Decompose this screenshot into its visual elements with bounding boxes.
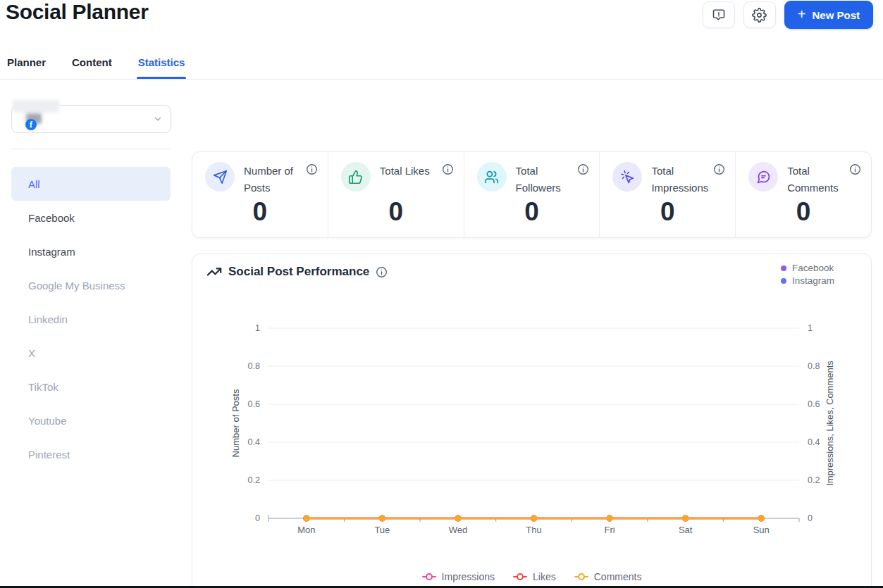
series-marker-icon	[574, 573, 588, 580]
svg-text:0: 0	[808, 513, 813, 523]
info-icon[interactable]	[577, 163, 589, 175]
followers-icon	[477, 162, 507, 192]
channel-item-youtube[interactable]: Youtube	[11, 404, 171, 437]
svg-text:Thu: Thu	[526, 525, 541, 535]
legend-dot	[781, 265, 786, 271]
info-icon[interactable]	[713, 163, 725, 175]
chart-legend-series: ImpressionsLikesComments	[192, 571, 871, 582]
sidebar-divider	[11, 149, 171, 149]
series-marker-icon	[513, 573, 527, 580]
legend-item-comments[interactable]: Comments	[574, 571, 642, 582]
stat-value: 0	[328, 197, 464, 227]
header-actions: + New Post	[703, 1, 873, 29]
chart-title: Social Post Performance	[228, 265, 369, 279]
channel-item-all[interactable]: All	[11, 167, 171, 201]
facebook-badge-icon: f	[25, 119, 37, 130]
stat-total-impressions: Total Impressions 0	[600, 152, 736, 237]
legend-label: Instagram	[792, 275, 834, 286]
svg-text:0.2: 0.2	[248, 475, 260, 485]
svg-text:Sun: Sun	[753, 525, 770, 535]
tab-content[interactable]: Content	[70, 52, 113, 79]
svg-text:0.4: 0.4	[808, 437, 820, 447]
svg-text:Tue: Tue	[374, 525, 390, 535]
cursor-click-icon	[612, 162, 642, 192]
channel-item-linkedin[interactable]: Linkedin	[11, 302, 171, 336]
series-marker-icon	[422, 573, 436, 580]
channel-item-google-my-business[interactable]: Google My Business	[11, 268, 171, 302]
info-icon[interactable]	[849, 163, 861, 175]
comment-icon	[748, 162, 778, 192]
svg-text:0.4: 0.4	[248, 437, 260, 447]
sidebar: f All Facebook Instagram Google My Busin…	[0, 80, 183, 586]
svg-text:0.2: 0.2	[808, 475, 820, 485]
channel-item-x[interactable]: X	[11, 336, 171, 370]
stat-value: 0	[600, 197, 735, 227]
chart-legend-networks: FacebookInstagram	[781, 263, 834, 286]
svg-text:0.6: 0.6	[248, 399, 260, 409]
feedback-button[interactable]	[703, 1, 735, 28]
svg-text:Impressions, Likes, Comments: Impressions, Likes, Comments	[825, 361, 835, 486]
svg-text:Sat: Sat	[679, 525, 693, 535]
stat-label: Total Impressions	[651, 162, 722, 196]
performance-chart-svg: 000.20.20.40.40.60.60.80.811MonTueWedThu…	[192, 294, 871, 542]
channel-filter-list: All Facebook Instagram Google My Busines…	[11, 167, 171, 471]
gear-icon	[752, 8, 767, 23]
legend-label: Facebook	[792, 263, 834, 273]
stat-value: 0	[192, 197, 328, 227]
stat-label: Total Likes	[380, 162, 430, 180]
info-icon[interactable]	[376, 266, 388, 278]
stat-number-of-posts: Number of Posts 0	[192, 152, 328, 237]
info-icon[interactable]	[442, 163, 454, 175]
info-icon[interactable]	[306, 163, 318, 175]
stat-label: Number of Posts	[244, 162, 314, 196]
svg-text:0: 0	[255, 513, 260, 523]
stat-label: Total Comments	[787, 162, 858, 196]
social-post-performance-card: Social Post Performance FacebookInstagra…	[192, 254, 872, 588]
social-planner-screen: Social Planner + New Post Planner	[0, 0, 883, 588]
channel-item-pinterest[interactable]: Pinterest	[11, 437, 171, 471]
channel-item-tiktok[interactable]: TikTok	[11, 370, 171, 404]
tab-statistics[interactable]: Statistics	[137, 52, 187, 79]
new-post-label: New Post	[812, 9, 860, 21]
legend-label: Likes	[533, 571, 556, 582]
trending-up-icon	[206, 264, 222, 280]
send-icon	[205, 162, 235, 192]
settings-button[interactable]	[743, 1, 776, 28]
svg-text:0.8: 0.8	[808, 361, 820, 371]
svg-text:Wed: Wed	[449, 525, 468, 535]
stats-summary-card: Number of Posts 0 Total Likes 0	[192, 151, 872, 238]
page-title: Social Planner	[6, 0, 149, 24]
channel-item-instagram[interactable]: Instagram	[11, 234, 171, 268]
stat-label: Total Followers	[516, 162, 586, 196]
svg-text:Number of Posts: Number of Posts	[230, 389, 241, 457]
legend-item-impressions[interactable]: Impressions	[422, 571, 495, 582]
plus-icon: +	[798, 7, 806, 21]
thumbs-up-icon	[341, 162, 371, 192]
new-post-button[interactable]: + New Post	[784, 1, 873, 29]
redacted-account-label	[13, 100, 59, 113]
channel-item-facebook[interactable]: Facebook	[11, 201, 171, 234]
svg-text:Mon: Mon	[297, 525, 315, 535]
stat-value: 0	[464, 197, 600, 227]
legend-label: Impressions	[442, 571, 495, 582]
svg-text:1: 1	[808, 323, 813, 333]
main-content: Number of Posts 0 Total Likes 0	[183, 80, 883, 586]
svg-text:Fri: Fri	[604, 525, 615, 535]
tab-planner[interactable]: Planner	[6, 52, 47, 79]
tab-bar: Planner Content Statistics	[0, 52, 883, 80]
legend-item-instagram[interactable]: Instagram	[781, 275, 834, 286]
legend-item-likes[interactable]: Likes	[513, 571, 556, 582]
svg-text:1: 1	[255, 323, 260, 333]
legend-dot	[781, 278, 786, 284]
svg-text:0.8: 0.8	[248, 361, 260, 371]
stat-value: 0	[736, 197, 871, 227]
stat-total-comments: Total Comments 0	[736, 152, 871, 237]
stat-total-followers: Total Followers 0	[464, 152, 600, 237]
svg-text:0.6: 0.6	[808, 399, 820, 409]
stat-total-likes: Total Likes 0	[328, 152, 464, 237]
legend-item-facebook[interactable]: Facebook	[781, 263, 834, 273]
chevron-down-icon	[153, 114, 163, 127]
legend-label: Comments	[594, 571, 642, 582]
feedback-bubble-icon	[712, 8, 726, 22]
